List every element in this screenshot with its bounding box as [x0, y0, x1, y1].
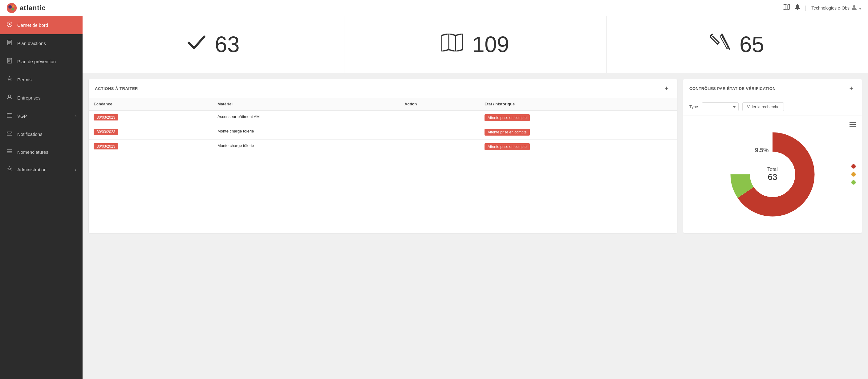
plan-actions-icon: [6, 40, 13, 47]
check-icon: [187, 34, 206, 55]
svg-marker-30: [441, 34, 463, 52]
header-right: | Technologies e-Obs: [783, 4, 862, 12]
notification-bell-icon[interactable]: [795, 4, 800, 12]
cell-materiel: Monte charge tôlerie: [213, 140, 400, 154]
sidebar-item-vgp[interactable]: VGP ›: [0, 107, 83, 125]
sidebar-item-entreprises[interactable]: Entreprises: [0, 89, 83, 107]
header-user[interactable]: Technologies e-Obs: [811, 5, 862, 11]
header-divider: |: [805, 5, 807, 11]
nomenclatures-icon: [6, 149, 13, 155]
administration-chevron-icon: ›: [75, 168, 76, 172]
svg-rect-21: [7, 113, 12, 118]
table-row[interactable]: 30/03/2023 Monte charge tôlerie Attente …: [89, 140, 677, 154]
top-header: atlantic | Technologies e-Obs: [0, 0, 868, 16]
actions-table: Echéance Matériel Action Etat / historiq…: [89, 98, 677, 154]
cell-materiel: Ascenseur bâtiment AM: [213, 110, 400, 125]
col-echeance: Echéance: [89, 98, 213, 110]
chart-menu-icon[interactable]: [849, 122, 856, 128]
donut-chart: 9.5% Total 63: [726, 128, 819, 221]
sidebar-item-nomenclatures[interactable]: Nomenclatures: [0, 143, 83, 161]
user-avatar-icon: [851, 5, 857, 11]
sidebar-item-plan-actions[interactable]: Plan d'actions: [0, 34, 83, 52]
donut-total-num: 63: [767, 172, 778, 182]
actions-add-button[interactable]: +: [662, 84, 671, 93]
logo-area: atlantic: [6, 2, 46, 13]
stat-card-tools[interactable]: 65: [607, 16, 868, 73]
sidebar-item-notifications[interactable]: Notifications: [0, 125, 83, 143]
filter-type-select[interactable]: [702, 102, 739, 111]
svg-point-3: [12, 5, 14, 7]
vgp-chevron-icon: ›: [75, 114, 76, 118]
sidebar-item-permis[interactable]: Permis: [0, 70, 83, 89]
svg-rect-19: [7, 59, 8, 60]
actions-table-container: Echéance Matériel Action Etat / historiq…: [89, 98, 677, 154]
panels-row: ACTIONS À TRAITER + Echéance Matériel Ac…: [83, 73, 868, 239]
cell-status: Attente prise en compte: [479, 140, 677, 154]
administration-icon: [6, 166, 13, 173]
sidebar: Carnet de bord Plan d'actions: [0, 16, 83, 379]
cell-action: [400, 110, 479, 125]
svg-point-2: [11, 8, 14, 10]
controles-panel-header: CONTRÔLES PAR ÉTAT DE VÉRIFICATION +: [683, 79, 862, 98]
svg-point-10: [9, 23, 10, 25]
date-badge: 30/03/2023: [94, 114, 118, 120]
cell-action: [400, 140, 479, 154]
svg-marker-4: [783, 4, 789, 10]
sidebar-item-plan-prevention[interactable]: Plan de prévention: [0, 52, 83, 70]
svg-point-20: [8, 95, 11, 97]
controles-add-button[interactable]: +: [847, 84, 856, 93]
cell-materiel: Monte charge tôlerie: [213, 125, 400, 140]
stat-value-map: 109: [472, 32, 509, 57]
status-badge: Attente prise en compte: [485, 143, 530, 150]
table-header-row: Echéance Matériel Action Etat / historiq…: [89, 98, 677, 110]
stat-tools-icon: [710, 34, 730, 55]
stats-row: 63 109: [83, 16, 868, 73]
col-action: Action: [400, 98, 479, 110]
svg-point-29: [9, 168, 10, 170]
stat-card-check[interactable]: 63: [83, 16, 344, 73]
main-layout: Carnet de bord Plan d'actions: [0, 16, 868, 379]
svg-point-0: [7, 3, 17, 12]
clear-filter-button[interactable]: Vider la recherche: [742, 102, 784, 111]
legend-dot-green: [851, 180, 856, 184]
content-area: 63 109: [83, 16, 868, 379]
sidebar-item-label-nomenclatures: Nomenclatures: [17, 149, 76, 155]
sidebar-item-label-plan-prevention: Plan de prévention: [17, 59, 76, 64]
col-etat: Etat / historique: [479, 98, 677, 110]
date-badge: 30/03/2023: [94, 129, 118, 135]
table-row[interactable]: 30/03/2023 Ascenseur bâtiment AM Attente…: [89, 110, 677, 125]
user-name: Technologies e-Obs: [811, 5, 849, 10]
atlantic-logo: [6, 2, 17, 13]
cell-date: 30/03/2023: [89, 125, 213, 140]
entreprises-icon: [6, 94, 13, 101]
stat-value-check: 63: [215, 32, 240, 57]
svg-point-1: [8, 5, 12, 9]
vgp-icon: [6, 113, 13, 120]
stat-card-map[interactable]: 109: [344, 16, 606, 73]
legend-dot-red: [851, 164, 856, 169]
sidebar-item-label-administration: Administration: [17, 167, 71, 172]
sidebar-item-label-notifications: Notifications: [17, 132, 76, 137]
map-icon[interactable]: [783, 4, 790, 11]
cell-date: 30/03/2023: [89, 110, 213, 125]
cell-action: [400, 125, 479, 140]
notifications-icon: [6, 130, 13, 138]
sidebar-item-label-vgp: VGP: [17, 113, 71, 119]
plan-prevention-icon: [6, 58, 13, 65]
cell-status: Attente prise en compte: [479, 125, 677, 140]
sidebar-item-label-carnet: Carnet de bord: [17, 23, 76, 28]
sidebar-item-label-permis: Permis: [17, 77, 76, 82]
chart-pct-label: 9.5%: [755, 147, 769, 153]
sidebar-item-label-entreprises: Entreprises: [17, 95, 76, 100]
permis-icon: [6, 76, 13, 83]
filter-type-label: Type: [689, 105, 698, 109]
chart-legend: [851, 164, 856, 184]
cell-date: 30/03/2023: [89, 140, 213, 154]
status-badge: Attente prise en compte: [485, 114, 530, 121]
table-row[interactable]: 30/03/2023 Monte charge tôlerie Attente …: [89, 125, 677, 140]
sidebar-item-label-plan-actions: Plan d'actions: [17, 41, 76, 46]
svg-point-8: [853, 5, 856, 8]
sidebar-item-carnet-de-bord[interactable]: Carnet de bord: [0, 16, 83, 34]
controles-panel-title: CONTRÔLES PAR ÉTAT DE VÉRIFICATION: [689, 86, 776, 91]
sidebar-item-administration[interactable]: Administration ›: [0, 161, 83, 179]
